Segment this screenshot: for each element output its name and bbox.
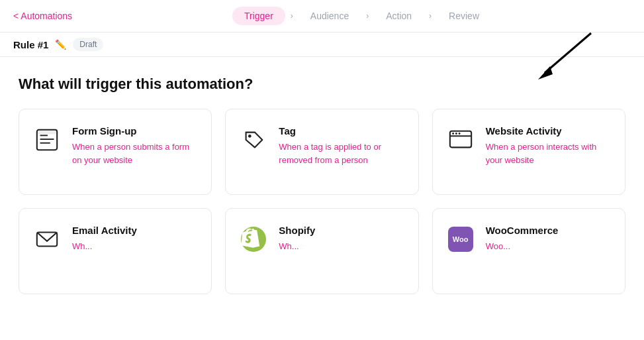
shopify-title: Shopify	[279, 225, 404, 236]
tag-icon	[239, 125, 268, 154]
tag-desc: When a tag is applied to or removed from…	[279, 141, 404, 166]
form-signup-text: Form Sign-up When a person submits a for…	[72, 125, 198, 166]
svg-point-7	[248, 135, 252, 138]
trigger-cards-grid: Form Sign-up When a person submits a for…	[19, 109, 625, 294]
email-activity-text: Email Activity Wh...	[72, 225, 198, 253]
edit-icon[interactable]: ✏️	[55, 39, 66, 50]
trigger-card-email-activity[interactable]: Email Activity Wh...	[19, 208, 212, 294]
rule-title: Rule #1	[13, 39, 48, 50]
email-activity-icon	[32, 225, 62, 254]
svg-point-10	[452, 133, 454, 135]
back-link[interactable]: < Automations	[13, 11, 93, 21]
woocommerce-text: WooCommerce Woo...	[486, 225, 612, 253]
woocommerce-title: WooCommerce	[486, 225, 612, 236]
form-signup-title: Form Sign-up	[72, 125, 198, 137]
step-arrow-3: ›	[429, 11, 432, 21]
step-review[interactable]: Review	[437, 7, 491, 25]
step-audience[interactable]: Audience	[299, 7, 361, 25]
tag-text: Tag When a tag is applied to or removed …	[279, 125, 404, 166]
shopify-text: Shopify Wh...	[279, 225, 404, 253]
trigger-card-website-activity[interactable]: Website Activity When a person interacts…	[432, 109, 625, 195]
shopify-icon	[239, 225, 268, 254]
website-activity-icon	[446, 125, 475, 154]
step-arrow-1: ›	[291, 11, 293, 21]
website-activity-text: Website Activity When a person interacts…	[486, 125, 612, 166]
draft-badge: Draft	[73, 38, 103, 51]
woocommerce-desc: Woo...	[486, 240, 612, 253]
breadcrumb-steps: Trigger › Audience › Action › Review	[93, 7, 631, 25]
step-action[interactable]: Action	[374, 7, 424, 25]
top-bar: < Automations Trigger › Audience › Actio…	[0, 0, 644, 32]
rule-bar: Rule #1 ✏️ Draft	[0, 32, 644, 57]
trigger-card-tag[interactable]: Tag When a tag is applied to or removed …	[225, 109, 418, 195]
step-trigger[interactable]: Trigger	[232, 7, 285, 25]
form-signup-desc: When a person submits a form on your web…	[72, 141, 198, 166]
trigger-card-shopify[interactable]: Shopify Wh...	[225, 208, 418, 294]
website-activity-desc: When a person interacts with your websit…	[486, 141, 612, 166]
woocommerce-icon: Woo	[446, 225, 475, 254]
svg-rect-6	[37, 130, 57, 135]
form-signup-icon	[32, 125, 62, 154]
tag-title: Tag	[279, 125, 404, 137]
svg-point-12	[458, 133, 460, 135]
shopify-desc: Wh...	[279, 240, 404, 253]
email-activity-title: Email Activity	[72, 225, 198, 236]
main-content: What will trigger this automation? Form …	[0, 57, 644, 308]
svg-point-11	[455, 133, 457, 135]
website-activity-title: Website Activity	[486, 125, 612, 137]
step-arrow-2: ›	[366, 11, 369, 21]
page-title: What will trigger this automation?	[19, 76, 625, 93]
shopify-icon-circle	[241, 227, 266, 252]
trigger-card-form-signup[interactable]: Form Sign-up When a person submits a for…	[19, 109, 212, 195]
trigger-card-woocommerce[interactable]: Woo WooCommerce Woo...	[432, 208, 625, 294]
email-activity-desc: Wh...	[72, 240, 198, 253]
woo-icon-box: Woo	[448, 227, 473, 252]
